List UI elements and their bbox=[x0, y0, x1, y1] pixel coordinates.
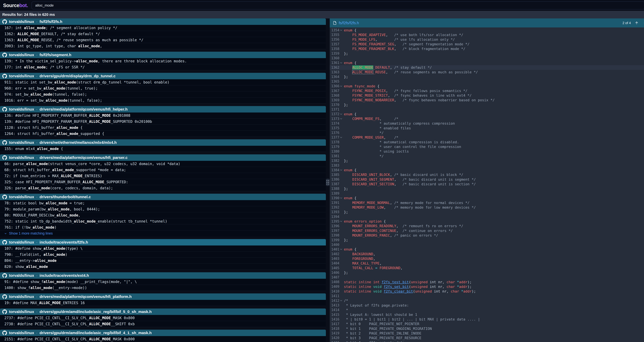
fold-chevron-icon[interactable] bbox=[340, 117, 342, 119]
code-line-number: 1387 bbox=[331, 182, 340, 186]
file-group-header[interactable]: torvalds/linux·drivers/gpu/drm/amd/inclu… bbox=[0, 308, 326, 315]
result-line[interactable]: 1362:ALLOC_MODE_DEFAULT, /* stay default… bbox=[0, 31, 326, 37]
search-input[interactable] bbox=[32, 2, 644, 10]
line-gutter: 1407 bbox=[330, 275, 344, 279]
file-group-header[interactable]: torvalds/linux·fs/f2fs/segment.h bbox=[0, 52, 326, 58]
file-group-header[interactable]: torvalds/linux·drivers/net/ethernet/mell… bbox=[0, 139, 326, 146]
line-number: 1128: bbox=[4, 126, 15, 130]
result-line[interactable]: 1400:show_falloc_mode(__entry->mode)) bbox=[0, 285, 326, 291]
line-number: 139: bbox=[4, 59, 13, 63]
result-line[interactable]: 325:case HFI_PROPERTY_PARAM_BUFFER_ALLOC… bbox=[0, 179, 326, 185]
preview-file-path[interactable]: fs/f2fs/f2fs.h bbox=[339, 21, 359, 25]
result-line[interactable]: 960:err = set_bw_alloc_mode(tunnel, true… bbox=[0, 85, 326, 91]
result-line[interactable]: 1264:struct hfi_buffer_alloc_mode_suppor… bbox=[0, 131, 326, 137]
result-line[interactable]: 155:enum mlx4_alloc_mode { bbox=[0, 146, 326, 152]
result-line[interactable]: 107:#define show_alloc_mode(type) \ bbox=[0, 245, 326, 251]
result-line[interactable]: 752:static int tb_dp_bandwidth_alloc_mod… bbox=[0, 218, 326, 224]
result-line[interactable]: 761:if (!bw_alloc_mode) bbox=[0, 224, 326, 230]
line-number: 79: bbox=[4, 207, 11, 211]
code-line: 1367 FSYNC_MODE_POSIX, /* fsync follows … bbox=[330, 88, 644, 93]
code-line-number: 1396 bbox=[331, 224, 340, 228]
code-text: FS_MODE_FRAGMENT_SEG, /* segment fragmen… bbox=[344, 42, 470, 46]
result-line[interactable]: 2737:#define PCIE_CI_CNTL__CI_SLV_CPL_AL… bbox=[0, 315, 326, 321]
show-more-link[interactable]: Show 1 more matching lines bbox=[0, 230, 326, 236]
line-number: 325: bbox=[4, 180, 13, 184]
result-line[interactable]: 2738:#define PCIE_CI_CNTL__CI_SLV_CPL_AL… bbox=[0, 321, 326, 327]
result-line[interactable]: 80:MODULE_PARM_DESC(bw_alloc_mode, bbox=[0, 212, 326, 218]
fold-chevron-icon[interactable] bbox=[340, 62, 342, 64]
file-path: fs/f2fs/f2fs.h bbox=[40, 20, 62, 24]
code-line-number: 1382 bbox=[331, 159, 340, 163]
code-text: /* bbox=[344, 298, 348, 302]
result-line[interactable]: 1363:ALLOC_MODE_REUSE, /* reuse segments… bbox=[0, 37, 326, 43]
code-line: 1380 * using ioctls bbox=[330, 149, 644, 154]
code-line: 1377 COMPR_MODE_USER, /* bbox=[330, 135, 644, 140]
result-line[interactable]: 91:#define show_falloc_mode(mode) __prin… bbox=[0, 279, 326, 285]
result-line[interactable]: 974:set_bw_alloc_mode(tunnel, false); bbox=[0, 91, 326, 97]
code-text: * bit 1 PAGE_PRIVATE_ONGOING_MIGRATION bbox=[344, 327, 432, 331]
result-line[interactable]: 19:#define MAX_ALLOC_MODE_ENTRIES 16 bbox=[0, 300, 326, 306]
file-group-header[interactable]: torvalds/linux·drivers/media/platform/qc… bbox=[0, 154, 326, 161]
fold-chevron-icon[interactable] bbox=[340, 248, 342, 250]
arrow-down-icon bbox=[643, 21, 644, 25]
file-group-header[interactable]: torvalds/linux·drivers/gpu/drm/display/d… bbox=[0, 73, 326, 79]
fold-chevron-icon[interactable] bbox=[340, 169, 342, 171]
panel-resize-handle[interactable] bbox=[326, 179, 330, 186]
line-gutter: 1398 bbox=[330, 233, 344, 237]
next-match-button[interactable] bbox=[642, 20, 644, 26]
fold-chevron-icon[interactable] bbox=[340, 299, 342, 301]
line-gutter: 1384 bbox=[330, 168, 344, 172]
file-group-header[interactable]: torvalds/linux·include/trace/events/ext4… bbox=[0, 272, 326, 279]
fold-chevron-icon[interactable] bbox=[340, 197, 342, 199]
line-number: 107: bbox=[4, 246, 13, 251]
result-line[interactable]: 79:module_param(bw_alloc_mode, bool, 044… bbox=[0, 206, 326, 212]
result-line[interactable]: 78:static bool bw_alloc_mode = true; bbox=[0, 200, 326, 206]
result-line[interactable]: 66:parse_alloc_mode(struct venus_core *c… bbox=[0, 161, 326, 167]
github-icon bbox=[2, 273, 7, 278]
result-line[interactable]: 820:show_alloc_mode bbox=[0, 264, 326, 270]
result-line[interactable]: 1128:struct hfi_buffer_alloc_mode { bbox=[0, 125, 326, 131]
line-gutter: 1413 bbox=[330, 303, 344, 307]
code-line-number: 1416 bbox=[331, 317, 340, 321]
file-group-header[interactable]: torvalds/linux·drivers/thunderbolt/tunne… bbox=[0, 194, 326, 200]
result-line[interactable]: 326:parse_alloc_mode(core, codecs, domai… bbox=[0, 185, 326, 191]
fold-chevron-icon[interactable] bbox=[340, 113, 342, 115]
fold-chevron-icon[interactable] bbox=[340, 220, 342, 222]
github-icon bbox=[2, 19, 7, 24]
symbol-link[interactable]: f2fs_set_bit bbox=[384, 285, 409, 289]
result-line[interactable]: 3903:int gc_type, int type, char alloc_m… bbox=[0, 43, 326, 49]
file-group-header[interactable]: torvalds/linux·drivers/media/platform/qc… bbox=[0, 106, 326, 113]
result-line[interactable]: 136:#define HFI_PROPERTY_PARAM_BUFFER_AL… bbox=[0, 113, 326, 119]
result-line[interactable]: 177:int alloc_mode; /* LFS or SSR */ bbox=[0, 64, 326, 70]
fold-chevron-icon[interactable] bbox=[340, 29, 342, 31]
fold-chevron-icon[interactable] bbox=[340, 85, 342, 87]
file-group-header[interactable]: torvalds/linux·fs/f2fs/f2fs.h bbox=[0, 19, 326, 25]
result-line[interactable]: 2151:#define PCIE_CI_CNTL__CI_SLV_CPL_AL… bbox=[0, 336, 326, 342]
result-line[interactable]: 790:__field(int, alloc_mode) bbox=[0, 251, 326, 258]
file-group-header[interactable]: torvalds/linux·drivers/media/platform/qc… bbox=[0, 293, 326, 300]
result-line[interactable]: 72:if (num_entries > MAX_ALLOC_MODE_ENTR… bbox=[0, 173, 326, 179]
line-gutter: 1368 bbox=[330, 94, 344, 97]
line-text: if (!bw_alloc_mode) bbox=[15, 225, 56, 229]
result-line[interactable]: 1016:err = set_bw_alloc_mode(tunnel, fal… bbox=[0, 97, 326, 104]
code-line: 1378 * automatical compression is disabl… bbox=[330, 140, 644, 144]
previous-match-button[interactable] bbox=[634, 20, 639, 26]
result-line[interactable]: 804:__entry->alloc_mode bbox=[0, 258, 326, 264]
result-line[interactable]: 167:int alloc_mode; /* segment allocatio… bbox=[0, 25, 326, 31]
file-group-header[interactable]: torvalds/linux·include/trace/events/f2fs… bbox=[0, 239, 326, 245]
active-match-highlight: ALLOC_MODE bbox=[352, 66, 373, 70]
symbol-link[interactable]: f2fs_test_bit bbox=[382, 280, 409, 284]
result-line[interactable]: 68:struct hfi_buffer_alloc_mode_supporte… bbox=[0, 167, 326, 173]
line-text: show_alloc_mode bbox=[15, 264, 48, 269]
fold-chevron-icon[interactable] bbox=[340, 136, 342, 138]
file-group-header[interactable]: torvalds/linux·drivers/gpu/drm/amd/inclu… bbox=[0, 330, 326, 336]
code-text: MOUNT_ERRORS_READONLY, /* remount fs ro … bbox=[344, 224, 463, 228]
code-line-number: 1418 bbox=[331, 327, 340, 330]
result-line[interactable]: 911:static int set_bw_alloc_mode(struct … bbox=[0, 79, 326, 85]
symbol-link[interactable]: f2fs_clear_bit bbox=[384, 289, 413, 293]
line-text: #define show_alloc_mode(type) \ bbox=[15, 246, 82, 251]
code-line: 1360 bbox=[330, 56, 644, 61]
result-line[interactable]: 139:#define HFI_PROPERTY_PARAM_BUFFER_AL… bbox=[0, 119, 326, 125]
line-gutter: 1420 bbox=[330, 336, 344, 340]
result-line[interactable]: 139:* In the victim_sel_policy->alloc_mo… bbox=[0, 58, 326, 64]
